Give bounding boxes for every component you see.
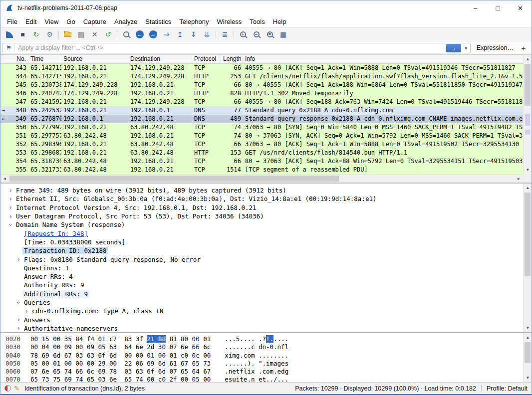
detail-row[interactable]: Authority RRs: 9 [0,281,523,289]
detail-row[interactable]: Answer RRs: 4 [0,272,523,281]
hex-scrollbar[interactable]: ▲ ▼ [523,333,532,382]
menu-file[interactable]: File [3,16,21,27]
detail-row[interactable]: [Request In: 348] [0,229,523,237]
colorize-button[interactable]: ≣ [219,29,231,40]
autoscroll-button[interactable]: ⇊ [201,29,213,40]
scroll-right-icon[interactable]: ► [515,175,523,183]
detail-row[interactable]: Ethernet II, Src: Globalsc_00:3b:0a (f0:… [0,195,523,203]
go-last-button[interactable]: ↧ [187,29,200,40]
reload-file-button[interactable]: ↺ [102,29,114,40]
hex-row[interactable]: 002000 15 00 35 84 f4 01 c7 83 3f 21 88 … [5,335,532,343]
detail-row[interactable]: Frame 349: 489 bytes on wire (3912 bits)… [0,186,523,195]
column-header-no[interactable]: No. [0,55,28,63]
packet-row-352[interactable]: 35265.298396192.168.0.2163.80.242.48TCP6… [0,140,523,149]
status-profile[interactable]: Profile: Default [487,385,528,392]
expander-collapsed-icon[interactable] [14,317,22,323]
close-button[interactable]: ✕ [509,0,532,15]
expander-collapsed-icon[interactable] [6,213,14,219]
detail-row[interactable]: Authoritative nameservers [0,324,523,332]
menu-tools[interactable]: Tools [246,16,268,27]
expert-info-icon[interactable] [4,385,11,392]
packet-list-scrollbar[interactable]: ▲ ▼ [523,55,532,174]
close-file-button[interactable]: ✕ [88,29,101,40]
go-back-button[interactable]: ← [133,29,146,40]
packet-row-347[interactable]: 34765.241592192.168.0.21174.129.249.228T… [0,98,523,106]
packet-row-353[interactable]: 35365.298687192.168.0.2163.80.242.48HTTP… [0,149,523,157]
detail-row[interactable]: Queries [0,298,523,307]
scroll-down-icon[interactable]: ▼ [524,324,532,332]
find-packet-button[interactable] [120,29,132,40]
column-header-time[interactable]: Time [28,55,61,63]
column-header-length[interactable]: Length [221,55,243,63]
expander-collapsed-icon[interactable] [14,325,22,331]
scroll-left-icon[interactable]: ◄ [0,175,9,183]
details-scrollbar-thumb[interactable] [525,193,531,276]
detail-row[interactable]: User Datagram Protocol, Src Port: 53 (53… [0,212,523,220]
expander-expanded-icon[interactable] [6,222,14,228]
scroll-up-icon[interactable]: ▲ [524,55,532,63]
scroll-down-icon[interactable]: ▼ [524,166,532,174]
menu-statistics[interactable]: Statistics [141,16,175,27]
go-first-button[interactable]: ↥ [174,29,186,40]
detail-row[interactable]: cdn-0.nflximg.com: type A, class IN [0,307,523,315]
column-header-destination[interactable]: Destination [128,55,192,63]
scroll-down-icon[interactable]: ▼ [524,374,532,382]
packet-row-354[interactable]: 35465.31873063.80.242.48192.168.0.21TCP6… [0,157,523,166]
hex-row[interactable]: 004078 69 6d 67 03 63 6f 6d 00 00 01 00 … [5,352,532,360]
detail-row[interactable]: Internet Protocol Version 4, Src: 192.16… [0,203,523,212]
detail-row[interactable]: Additional RRs: 9 [0,290,523,298]
scroll-up-icon[interactable]: ▲ [524,333,532,342]
menu-view[interactable]: View [40,16,62,27]
packet-list-horizontal-scrollbar[interactable]: ◄ ► [0,174,523,183]
menu-help[interactable]: Help [269,16,290,27]
expander-collapsed-icon[interactable] [6,196,14,202]
detail-row[interactable]: [Time: 0.034338000 seconds] [0,238,523,246]
hex-row[interactable]: 003000 04 00 09 00 09 05 63 64 6e 2d 30 … [5,343,532,351]
open-file-button[interactable] [61,29,74,40]
detail-row[interactable]: Transaction ID: 0x2188 [0,246,523,255]
menu-go[interactable]: Go [62,16,79,27]
start-capture-button[interactable] [3,29,15,40]
restart-capture-button[interactable]: ↻ [30,29,42,40]
menu-capture[interactable]: Capture [79,16,110,27]
packet-row-351[interactable]: 35165.29775763.80.242.48192.168.0.21TCP7… [0,132,523,140]
save-file-button[interactable]: ▤ [75,29,87,40]
detail-row[interactable]: Questions: 1 [0,264,523,272]
hex-row[interactable]: 006007 6e 65 74 66 6c 69 78 03 63 6f 6d … [5,368,532,376]
detail-row[interactable]: Domain Name System (response) [0,220,523,229]
expander-collapsed-icon[interactable] [14,256,22,262]
hex-row[interactable]: 005005 00 01 00 00 00 29 00 22 06 69 6d … [5,360,532,368]
packet-row-348[interactable]: →34865.242532192.168.0.21192.168.0.1DNS7… [0,106,523,115]
menu-telephony[interactable]: Telephony [175,16,213,27]
column-header-protocol[interactable]: Protocol [192,55,221,63]
filter-bookmark-icon[interactable]: ⚑ [3,44,15,51]
resize-columns-button[interactable]: ▦ [277,29,289,40]
menu-wireless[interactable]: Wireless [213,16,246,27]
horizontal-scrollbar-thumb[interactable] [9,176,339,182]
display-filter-field[interactable]: ⚑ → ▾ [2,43,471,53]
expander-collapsed-icon[interactable] [6,188,14,194]
packet-row-355[interactable]: 35565.32173363.80.242.48192.168.0.21TCP1… [0,166,523,174]
expander-collapsed-icon[interactable] [6,204,14,210]
zoom-100-button[interactable]: = [264,29,276,40]
column-header-source[interactable]: Source [61,55,128,63]
packet-row-345[interactable]: 34565.230738174.129.249.228192.168.0.21T… [0,81,523,89]
capture-comment-icon[interactable]: ✎ [14,385,19,392]
stop-capture-button[interactable]: ■ [16,29,29,40]
details-scrollbar[interactable]: ▲ ▼ [523,184,532,332]
expander-collapsed-icon[interactable] [22,308,30,314]
expander-expanded-icon[interactable] [14,300,22,306]
packet-row-346[interactable]: 34665.240742174.129.249.228192.168.0.21H… [0,89,523,98]
detail-row[interactable]: Answers [0,315,523,324]
menu-edit[interactable]: Edit [21,16,40,27]
display-filter-input[interactable] [15,44,446,51]
detail-row[interactable]: Flags: 0x8180 Standard query response, N… [0,255,523,263]
hex-scrollbar-thumb[interactable] [525,342,531,363]
go-to-packet-button[interactable]: ⇒ [160,29,173,40]
minimize-button[interactable]: – [464,0,487,15]
packet-list-scrollbar-thumb[interactable] [525,64,531,106]
hex-row[interactable]: 007065 73 75 69 74 65 03 6e 65 74 00 c0 … [5,376,532,382]
expression-button[interactable]: Expression… [475,43,516,52]
packet-row-350[interactable]: 35065.277992192.168.0.2163.80.242.48TCP7… [0,123,523,132]
zoom-in-button[interactable]: + [237,29,249,40]
